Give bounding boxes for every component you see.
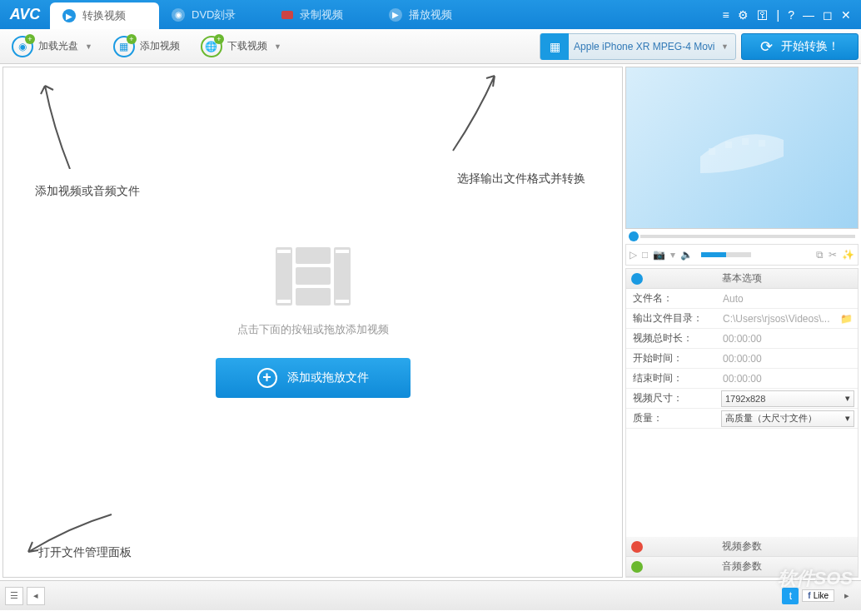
chevron-down-icon: ▼ [714,42,735,51]
option-label: 视频总时长： [626,331,718,345]
key-icon[interactable]: ⚿ [757,8,769,22]
load-disc-button[interactable]: ◉+ 加载光盘 ▼ [2,32,102,61]
play-icon[interactable]: ▷ [630,249,637,261]
globe-icon [631,273,643,285]
tab-label: 录制视频 [300,7,343,22]
volume-slider[interactable] [701,252,751,257]
chevron-down-icon: ▼ [274,42,281,51]
cut-icon[interactable]: ✂ [829,249,837,261]
option-label: 文件名： [626,291,718,306]
app-logo: AVC [0,0,50,29]
option-video-size: 视频尺寸： 1792x828▾ [626,389,858,409]
option-value[interactable]: Auto [718,293,858,305]
option-label: 开始时间： [626,351,718,365]
expand-button[interactable]: ▸ [838,587,856,605]
chevron-down-icon[interactable]: ▾ [670,249,675,261]
list-view-button[interactable]: ☰ [5,587,23,605]
preview-seek-slider[interactable] [625,229,859,244]
tab-play[interactable]: ▶ 播放视频 [376,0,485,29]
play-icon: ▶ [62,9,76,22]
wand-icon[interactable]: ✨ [842,249,854,261]
plus-icon: + [257,368,277,388]
slider-knob[interactable] [629,231,639,241]
help-icon[interactable]: ? [788,8,794,22]
tab-convert[interactable]: ▶ 转换视频 [50,2,159,29]
film-icon: ▦+ [113,36,135,57]
size-select[interactable]: 1792x828▾ [721,390,854,407]
option-value[interactable]: 00:00:00 [718,373,858,385]
title-bar: AVC ▶ 转换视频 ◉ DVD刻录 录制视频 ▶ 播放视频 ≡ ⚙ ⚿ | ?… [0,0,861,29]
facebook-like-button[interactable]: f Like [802,589,834,602]
snapshot-icon[interactable]: 📷 [653,249,665,261]
tab-record[interactable]: 录制视频 [269,0,376,29]
output-profile-selector[interactable]: ▦ Apple iPhone XR MPEG-4 Movie (*.m... ▼ [540,33,736,60]
annotation-arrow [37,77,87,169]
tab-label: DVD刻录 [192,7,236,22]
options-panel: 基本选项 文件名： Auto 输出文件目录： C:\Users\rjsos\Vi… [625,268,859,578]
button-label: 加载光盘 [38,39,78,53]
tab-label: 转换视频 [82,8,126,23]
tab-dvd[interactable]: ◉ DVD刻录 [159,0,269,29]
toolbar: ◉+ 加载光盘 ▼ ▦+ 添加视频 🌐+ 下载视频 ▼ ▦ Apple iPho… [0,29,861,64]
hint-add-files: 添加视频或音频文件 [35,184,140,199]
svg-rect-0 [709,148,715,155]
profile-text: Apple iPhone XR MPEG-4 Movie (*.m... [569,41,714,52]
quality-select[interactable]: 高质量（大尺寸文件）▾ [721,410,854,427]
folder-icon[interactable]: 📁 [835,313,858,325]
preview-controls: ▷ □ 📷 ▾ 🔈 ⧉ ✂ ✨ [625,244,859,266]
option-value[interactable]: C:\Users\rjsos\Videos\... [718,313,835,325]
slider-track [640,235,855,238]
file-list-panel: 添加视频或音频文件 选择输出文件格式并转换 点击下面的按钮或拖放添加视频 + 添… [2,67,623,578]
twitter-icon[interactable]: t [782,588,799,604]
button-label: 下载视频 [227,39,267,53]
film-reel-icon [692,115,792,181]
download-video-button[interactable]: 🌐+ 下载视频 ▼ [192,32,291,61]
button-label: 添加视频 [140,39,180,53]
main-area: 添加视频或音频文件 选择输出文件格式并转换 点击下面的按钮或拖放添加视频 + 添… [0,64,861,580]
minimize-icon[interactable]: — [803,8,814,22]
facebook-icon: f [808,591,810,600]
divider: | [777,8,780,22]
header-label: 音频参数 [722,559,762,574]
annotation-arrow [445,72,503,155]
gear-icon[interactable]: ⚙ [738,8,749,22]
play-icon: ▶ [389,8,402,22]
basic-options-header[interactable]: 基本选项 [626,269,858,289]
add-video-button[interactable]: ▦+ 添加视频 [104,32,189,61]
collapse-button[interactable]: ◂ [27,587,45,605]
option-value[interactable]: 00:00:00 [718,353,858,365]
svg-rect-2 [742,138,749,145]
button-label: 添加或拖放文件 [287,370,369,385]
maximize-icon[interactable]: ◻ [823,8,833,22]
option-filename: 文件名： Auto [626,289,858,309]
side-panel: ▷ □ 📷 ▾ 🔈 ⧉ ✂ ✨ 基本选项 文件名： Auto 输出文件目录： C… [625,67,859,578]
main-tabs: ▶ 转换视频 ◉ DVD刻录 录制视频 ▶ 播放视频 [50,0,712,29]
svg-rect-1 [725,142,732,148]
menu-icon[interactable]: ≡ [722,8,729,22]
option-value: 00:00:00 [718,333,858,345]
add-or-drop-button[interactable]: + 添加或拖放文件 [216,358,411,398]
status-bar: ☰ ◂ t f Like ▸ [0,580,861,610]
social-buttons: t f Like ▸ [782,587,856,605]
preview-window [625,67,859,229]
option-end-time: 结束时间： 00:00:00 [626,369,858,389]
option-start-time: 开始时间： 00:00:00 [626,349,858,369]
video-params-header[interactable]: 视频参数 [626,537,858,557]
record-icon [281,11,293,19]
audio-params-header[interactable]: 音频参数 [626,557,858,577]
device-icon: ▦ [540,33,569,60]
loop-icon[interactable]: ⧉ [816,249,824,261]
close-icon[interactable]: ✕ [841,8,851,22]
volume-icon[interactable]: 🔈 [680,249,693,261]
option-output-dir: 输出文件目录： C:\Users\rjsos\Videos\... 📁 [626,309,858,329]
stop-icon[interactable]: □ [642,249,648,261]
option-label: 质量： [626,411,718,425]
tab-label: 播放视频 [409,7,452,22]
disc-icon: ◉ [172,8,185,22]
option-label: 结束时间： [626,371,718,385]
globe-icon: 🌐+ [201,36,222,57]
start-convert-button[interactable]: ⟳ 开始转换！ [741,33,859,60]
header-label: 视频参数 [722,539,762,554]
button-label: 开始转换！ [781,39,839,54]
video-icon [631,541,643,553]
